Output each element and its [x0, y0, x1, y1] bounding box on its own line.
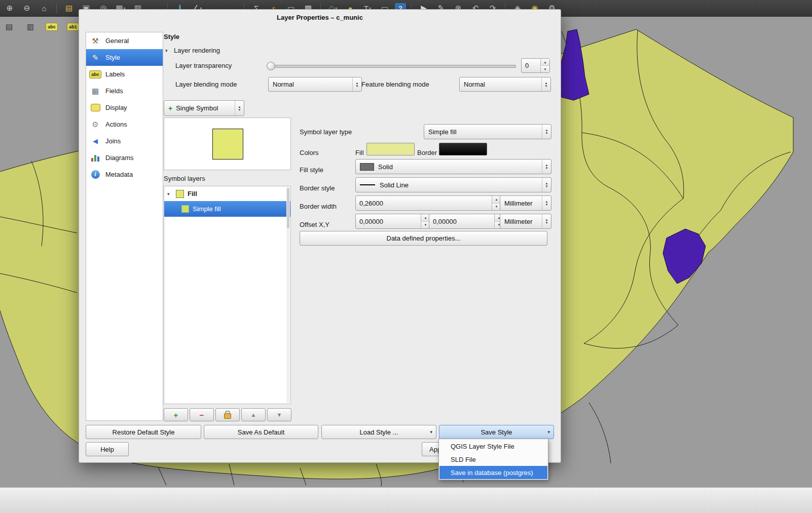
solid-pattern-swatch — [360, 163, 374, 171]
renderer-value: Single Symbol — [176, 104, 218, 112]
zoom-full-icon[interactable]: ⌂ — [37, 2, 51, 14]
down-arrow-icon: ▼ — [277, 412, 282, 418]
border-width-unit-combo[interactable]: Millimeter ▲▼ — [500, 195, 551, 211]
dropdown-caret-icon: ▾ — [547, 429, 550, 435]
fill-style-combo[interactable]: Solid ▲▼ — [355, 159, 551, 174]
minus-icon: − — [200, 411, 204, 419]
fill-color-swatch[interactable] — [366, 143, 415, 155]
sidebar-item-labels[interactable]: abc Labels — [86, 66, 163, 83]
sidebar-item-label: General — [105, 37, 129, 45]
sidebar-item-joins[interactable]: ◀ Joins — [86, 133, 163, 149]
simple-fill-swatch-icon — [181, 205, 189, 213]
menu-item-label: QGIS Layer Style File — [451, 443, 514, 450]
save-style-button[interactable]: Save Style ▾ — [439, 425, 554, 439]
tree-scrollbar-thumb[interactable] — [287, 188, 289, 228]
help-button[interactable]: Help — [86, 442, 129, 456]
feature-blending-label: Feature blending mode — [361, 81, 429, 88]
lock-symbol-layer-button[interactable] — [215, 408, 240, 421]
menu-item-label: SLD File — [451, 456, 476, 463]
layer-blending-combo[interactable]: Normal ▲▼ — [268, 77, 362, 92]
border-width-value: 0,26000 — [359, 200, 383, 207]
layers-icon[interactable]: ▤ — [62, 2, 76, 14]
labeling-icon[interactable]: abc — [45, 20, 59, 33]
border-style-combo[interactable]: Solid Line ▲▼ — [355, 177, 551, 192]
tree-scrollbar[interactable] — [286, 187, 290, 403]
symbol-layer-type-value: Simple fill — [428, 128, 457, 136]
menu-item-label: Save in database (postgres) — [451, 469, 533, 477]
renderer-combo[interactable]: + Single Symbol ▲▼ — [164, 100, 244, 116]
menu-item-save-in-database[interactable]: Save in database (postgres) — [439, 466, 547, 479]
spin-down-icon: ▼ — [541, 65, 549, 72]
symbol-preview-square — [212, 129, 243, 160]
abc-badge: abc — [46, 23, 58, 31]
sidebar-item-label: Fields — [105, 87, 123, 95]
symbol-layers-label: Symbol layers — [164, 175, 205, 182]
sidebar-item-label: Display — [105, 104, 127, 111]
abc-badge: abc — [89, 70, 101, 78]
remove-symbol-layer-button[interactable]: − — [190, 408, 214, 421]
offset-unit-combo[interactable]: Millimeter ▲▼ — [500, 214, 551, 229]
bars-shape — [91, 154, 99, 162]
info-circle-icon: i — [90, 169, 101, 180]
layer-blending-label: Layer blending mode — [175, 81, 237, 88]
zoom-in-icon[interactable]: ⊕ — [3, 2, 17, 14]
dialog-title: Layer Properties – c_munic — [79, 14, 561, 21]
sidebar-item-actions[interactable]: ⚙ Actions — [86, 116, 163, 133]
menu-item-sld-file[interactable]: SLD File — [439, 453, 547, 466]
combo-down-icon: ▼ — [545, 132, 548, 135]
ab1-badge: ab1 — [67, 23, 79, 31]
layer-rendering-label: Layer rendering — [174, 47, 220, 54]
sidebar-item-metadata[interactable]: i Metadata — [86, 166, 163, 183]
sidebar-item-style[interactable]: ✎ Style — [86, 49, 163, 66]
paste-style-icon[interactable]: ▤ — [2, 20, 16, 33]
dropdown-caret-icon: ▾ — [430, 429, 432, 435]
sidebar-item-general[interactable]: ⚒ General — [86, 32, 163, 49]
menu-item-qgis-style-file[interactable]: QGIS Layer Style File — [439, 440, 547, 453]
offset-x-spinbox[interactable]: 0,00000 ▲▼ — [355, 214, 430, 229]
move-down-button[interactable]: ▼ — [267, 408, 291, 421]
combo-arrows: ▲▼ — [542, 178, 551, 192]
offset-y-value: 0,00000 — [433, 218, 457, 225]
move-label-icon[interactable]: ab1 — [66, 20, 80, 33]
sidebar-item-diagrams[interactable]: Diagrams — [86, 149, 163, 166]
sidebar-item-label: Joins — [105, 137, 121, 145]
load-style-button[interactable]: Load Style ... ▾ — [321, 425, 436, 439]
tree-child-label: Simple fill — [193, 205, 221, 213]
expander-icon: ▾ — [165, 48, 170, 53]
sidebar-item-label: Labels — [105, 70, 125, 78]
transparency-value: 0 — [525, 62, 529, 69]
fill-swatch-icon — [176, 190, 184, 198]
data-defined-label: Data defined properties... — [387, 234, 461, 242]
tree-row-simple-fill[interactable]: Simple fill — [164, 201, 290, 217]
transparency-spinbox[interactable]: 0 ▲▼ — [521, 58, 550, 73]
add-symbol-layer-button[interactable]: + — [164, 408, 188, 421]
border-color-swatch[interactable] — [439, 143, 487, 155]
move-up-button[interactable]: ▲ — [241, 408, 266, 421]
combo-down-icon: ▼ — [545, 167, 548, 170]
data-defined-properties-button[interactable]: Data defined properties... — [300, 231, 547, 246]
sidebar-item-fields[interactable]: ▦ Fields — [86, 83, 163, 99]
button-label: Save Style — [481, 428, 512, 436]
save-as-default-button[interactable]: Save As Default — [204, 425, 318, 439]
combo-arrows: ▲▼ — [542, 160, 551, 174]
offset-y-spinbox[interactable]: 0,00000 ▲▼ — [429, 214, 504, 229]
symbol-layer-type-label: Symbol layer type — [300, 128, 352, 136]
spin-arrows[interactable]: ▲▼ — [540, 59, 549, 72]
zoom-out-icon[interactable]: ⊖ — [20, 2, 34, 14]
border-style-label: Border style — [300, 184, 335, 192]
general-icon: ⚒ — [90, 35, 101, 47]
spin-up-icon: ▲ — [541, 59, 549, 65]
layer-rendering-toggle[interactable]: ▾ Layer rendering — [165, 47, 220, 54]
symbol-layer-type-combo[interactable]: Simple fill ▲▼ — [424, 124, 551, 139]
colors-label: Colors — [300, 149, 319, 156]
feature-blending-combo[interactable]: Normal ▲▼ — [459, 77, 551, 92]
clipboard-icon[interactable]: ▥ — [23, 20, 38, 33]
sidebar-item-display[interactable]: Display — [86, 99, 163, 116]
restore-default-style-button[interactable]: Restore Default Style — [86, 425, 201, 439]
tree-row-fill[interactable]: ▾ Fill — [164, 186, 290, 201]
border-width-spinbox[interactable]: 0,26000 ▲▼ — [355, 195, 501, 211]
bar-chart-icon — [90, 152, 101, 164]
symbol-preview — [164, 117, 291, 170]
transparency-slider-handle[interactable] — [267, 62, 275, 70]
transparency-slider-track[interactable] — [269, 65, 516, 68]
